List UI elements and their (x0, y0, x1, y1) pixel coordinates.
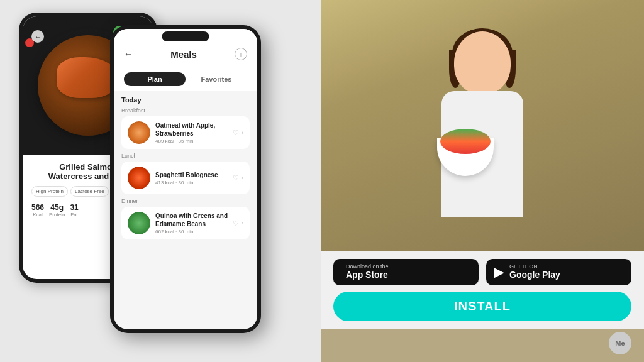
bottom-actions: Download on the App Store ▶ GET IT ON Go… (321, 251, 644, 329)
breakfast-icon (128, 121, 150, 144)
meals-back-arrow[interactable]: ← (124, 49, 133, 59)
lunch-icon (128, 167, 150, 189)
tag-high-protein: High Protein (31, 186, 68, 197)
app-store-text: Download on the App Store (346, 264, 389, 280)
google-play-icon: ▶ (494, 264, 504, 280)
breakfast-meta: 489 kcal · 35 min (155, 138, 228, 144)
category-dinner: Dinner (121, 198, 250, 204)
app-store-subtitle: Download on the (346, 264, 389, 270)
tab-favorites[interactable]: Favorites (186, 72, 247, 86)
lunch-info: Spaghetti Bolognese 413 kcal · 30 min (155, 171, 228, 185)
breakfast-heart-icon[interactable]: ♡ (233, 129, 239, 137)
meals-tabs: Plan Favorites (114, 67, 257, 91)
oatmeal-circle (128, 121, 150, 144)
meal-item-breakfast[interactable]: Oatmeal with Apple, Strawberries 489 kca… (121, 116, 250, 149)
dinner-actions: ♡ › (233, 219, 243, 228)
left-section: ← ♡ Grilled Salmon Watercress and Tom Hi… (0, 0, 321, 362)
lunch-heart-icon[interactable]: ♡ (233, 174, 239, 182)
person-head (454, 31, 511, 94)
breakfast-actions: ♡ › (233, 129, 243, 137)
right-section: Download on the App Store ▶ GET IT ON Go… (321, 0, 644, 362)
tab-plan[interactable]: Plan (124, 72, 186, 86)
tag-lactose-free: Lactose Free (70, 186, 109, 197)
meal-item-lunch[interactable]: Spaghetti Bolognese 413 kcal · 30 min ♡ … (121, 162, 250, 194)
meals-info-icon[interactable]: i (235, 48, 247, 60)
google-play-subtitle: GET IT ON (509, 264, 560, 270)
google-play-button[interactable]: ▶ GET IT ON Google Play (486, 259, 631, 285)
store-buttons: Download on the App Store ▶ GET IT ON Go… (333, 259, 631, 285)
me-avatar[interactable]: Me (609, 332, 631, 354)
meals-day: Today (121, 96, 250, 104)
category-breakfast: Breakfast (121, 107, 250, 114)
app-store-button[interactable]: Download on the App Store (333, 259, 479, 285)
app-store-name: App Store (346, 270, 389, 280)
category-lunch: Lunch (121, 153, 250, 159)
meal-item-dinner[interactable]: Quinoa with Greens and Edamame Beans 662… (121, 207, 250, 239)
phone-front-notch (162, 31, 209, 41)
dinner-info: Quinoa with Greens and Edamame Beans 662… (155, 212, 228, 234)
lunch-actions: ♡ › (233, 174, 243, 182)
dinner-chevron-icon[interactable]: › (242, 220, 243, 226)
bowl-contents (440, 129, 491, 154)
lunch-meta: 413 kcal · 30 min (155, 180, 228, 185)
stat-kcal: 566 Kcal (31, 203, 44, 217)
person-photo (321, 0, 644, 251)
lunch-chevron-icon[interactable]: › (242, 175, 243, 181)
dinner-icon (128, 212, 150, 234)
back-arrow-icon[interactable]: ← (31, 30, 44, 43)
meals-title: Meals (170, 49, 197, 60)
stat-protein: 45g Protein (49, 203, 65, 217)
stat-fat: 31 Fat (70, 203, 78, 217)
phone-front: ← Meals i Plan Favorites Today Breakfast… (110, 25, 261, 333)
quinoa-circle (128, 212, 150, 234)
google-play-text: GET IT ON Google Play (509, 264, 560, 280)
breakfast-name: Oatmeal with Apple, Strawberries (155, 121, 228, 138)
phone-back-notch (66, 18, 110, 26)
lunch-name: Spaghetti Bolognese (155, 171, 228, 179)
breakfast-chevron-icon[interactable]: › (242, 129, 243, 136)
dinner-heart-icon[interactable]: ♡ (233, 219, 239, 228)
meals-content: Today Breakfast Oatmeal with Apple, Stra… (114, 91, 257, 247)
dinner-name: Quinoa with Greens and Edamame Beans (155, 212, 228, 228)
person-silhouette (394, 13, 570, 251)
install-button[interactable]: INSTALL (333, 292, 631, 321)
phone-front-screen: ← Meals i Plan Favorites Today Breakfast… (114, 29, 257, 329)
spaghetti-circle (128, 167, 150, 189)
breakfast-info: Oatmeal with Apple, Strawberries 489 kca… (155, 121, 228, 144)
google-play-name: Google Play (509, 270, 560, 280)
dinner-meta: 662 kcal · 36 min (155, 229, 228, 234)
